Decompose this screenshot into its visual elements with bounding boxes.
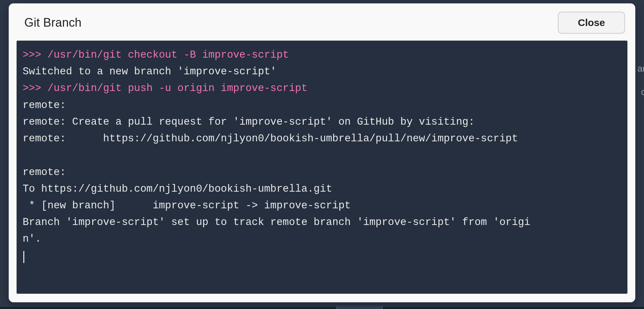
dialog-header: Git Branch Close [16,10,628,40]
terminal-output[interactable]: >>> /usr/bin/git checkout -B improve-scr… [16,40,628,294]
bg-fragment-right-mid: c [641,87,644,97]
bg-bottom-tab [336,306,383,309]
terminal-output-line: remote: [23,97,621,114]
terminal-output-line: remote: Create a pull request for 'impro… [23,114,621,130]
terminal-output-line: n'. [23,231,621,247]
terminal-command-line: >>> /usr/bin/git checkout -B improve-scr… [23,47,621,63]
terminal-output-line: remote: https://github.com/njlyon0/booki… [23,130,621,147]
terminal-output-line [23,147,621,164]
dialog-title: Git Branch [24,16,82,30]
close-button[interactable]: Close [558,12,625,34]
git-branch-dialog: Git Branch Close >>> /usr/bin/git checko… [9,3,635,302]
bg-fragment-right-top: ar [637,63,644,74]
terminal-output-line: To https://github.com/njlyon0/bookish-um… [23,181,621,197]
terminal-cursor [23,251,24,263]
terminal-command-line: >>> /usr/bin/git push -u origin improve-… [23,80,621,97]
terminal-output-line: Switched to a new branch 'improve-script… [23,63,621,80]
bg-bottom-bar [0,307,644,309]
terminal-output-line: remote: [23,164,621,181]
terminal-output-line: * [new branch] improve-script -> improve… [23,197,621,214]
terminal-cursor-line [23,248,621,264]
terminal-output-line: Branch 'improve-script' set up to track … [23,214,621,231]
